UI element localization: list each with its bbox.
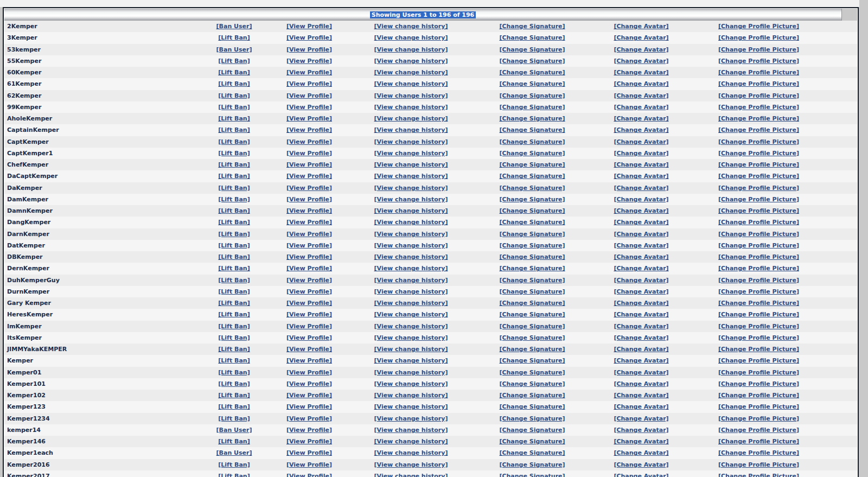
lift-ban-link[interactable]: [Lift Ban]	[218, 277, 250, 284]
view-change-history-link[interactable]: [View change history]	[374, 92, 448, 99]
view-change-history-link[interactable]: [View change history]	[374, 58, 448, 65]
view-change-history-link[interactable]: [View change history]	[374, 438, 448, 445]
change-avatar-link[interactable]: [Change Avatar]	[614, 369, 668, 376]
change-avatar-link[interactable]: [Change Avatar]	[614, 115, 668, 122]
ban-user-link[interactable]: [Ban User]	[216, 449, 252, 456]
change-avatar-link[interactable]: [Change Avatar]	[614, 461, 668, 468]
view-profile-link[interactable]: [View Profile]	[286, 92, 332, 99]
lift-ban-link[interactable]: [Lift Ban]	[218, 288, 250, 295]
change-avatar-link[interactable]: [Change Avatar]	[614, 219, 668, 226]
ban-user-link[interactable]: [Ban User]	[216, 23, 252, 30]
lift-ban-link[interactable]: [Lift Ban]	[218, 34, 250, 41]
change-profile-picture-link[interactable]: [Change Profile Picture]	[718, 207, 799, 214]
change-signature-link[interactable]: [Change Signature]	[499, 380, 565, 387]
view-profile-link[interactable]: [View Profile]	[286, 80, 332, 87]
lift-ban-link[interactable]: [Lift Ban]	[218, 104, 250, 111]
view-profile-link[interactable]: [View Profile]	[286, 369, 332, 376]
change-signature-link[interactable]: [Change Signature]	[499, 323, 565, 330]
lift-ban-link[interactable]: [Lift Ban]	[218, 380, 250, 387]
view-profile-link[interactable]: [View Profile]	[286, 403, 332, 410]
view-profile-link[interactable]: [View Profile]	[286, 126, 332, 133]
change-signature-link[interactable]: [Change Signature]	[499, 311, 565, 318]
view-change-history-link[interactable]: [View change history]	[374, 231, 448, 238]
change-signature-link[interactable]: [Change Signature]	[499, 461, 565, 468]
view-profile-link[interactable]: [View Profile]	[286, 46, 332, 53]
view-change-history-link[interactable]: [View change history]	[374, 473, 448, 477]
lift-ban-link[interactable]: [Lift Ban]	[218, 473, 250, 477]
view-change-history-link[interactable]: [View change history]	[374, 346, 448, 353]
change-signature-link[interactable]: [Change Signature]	[499, 300, 565, 307]
lift-ban-link[interactable]: [Lift Ban]	[218, 369, 250, 376]
view-change-history-link[interactable]: [View change history]	[374, 334, 448, 341]
change-profile-picture-link[interactable]: [Change Profile Picture]	[718, 369, 799, 376]
change-signature-link[interactable]: [Change Signature]	[499, 161, 565, 168]
view-change-history-link[interactable]: [View change history]	[374, 69, 448, 76]
change-avatar-link[interactable]: [Change Avatar]	[614, 253, 668, 260]
change-avatar-link[interactable]: [Change Avatar]	[614, 300, 668, 307]
change-profile-picture-link[interactable]: [Change Profile Picture]	[718, 311, 799, 318]
change-avatar-link[interactable]: [Change Avatar]	[614, 34, 668, 41]
change-profile-picture-link[interactable]: [Change Profile Picture]	[718, 346, 799, 353]
view-change-history-link[interactable]: [View change history]	[374, 23, 448, 30]
lift-ban-link[interactable]: [Lift Ban]	[218, 265, 250, 272]
view-profile-link[interactable]: [View Profile]	[286, 415, 332, 422]
change-signature-link[interactable]: [Change Signature]	[499, 207, 565, 214]
view-profile-link[interactable]: [View Profile]	[286, 473, 332, 477]
change-avatar-link[interactable]: [Change Avatar]	[614, 138, 668, 145]
lift-ban-link[interactable]: [Lift Ban]	[218, 126, 250, 133]
change-profile-picture-link[interactable]: [Change Profile Picture]	[718, 473, 799, 477]
view-profile-link[interactable]: [View Profile]	[286, 277, 332, 284]
change-profile-picture-link[interactable]: [Change Profile Picture]	[718, 288, 799, 295]
change-profile-picture-link[interactable]: [Change Profile Picture]	[718, 449, 799, 456]
view-profile-link[interactable]: [View Profile]	[286, 357, 332, 364]
change-profile-picture-link[interactable]: [Change Profile Picture]	[718, 277, 799, 284]
change-signature-link[interactable]: [Change Signature]	[499, 288, 565, 295]
view-change-history-link[interactable]: [View change history]	[374, 138, 448, 145]
change-avatar-link[interactable]: [Change Avatar]	[614, 415, 668, 422]
view-change-history-link[interactable]: [View change history]	[374, 300, 448, 307]
view-change-history-link[interactable]: [View change history]	[374, 369, 448, 376]
change-signature-link[interactable]: [Change Signature]	[499, 80, 565, 87]
change-profile-picture-link[interactable]: [Change Profile Picture]	[718, 115, 799, 122]
change-signature-link[interactable]: [Change Signature]	[499, 438, 565, 445]
change-signature-link[interactable]: [Change Signature]	[499, 346, 565, 353]
change-profile-picture-link[interactable]: [Change Profile Picture]	[718, 427, 799, 434]
change-profile-picture-link[interactable]: [Change Profile Picture]	[718, 92, 799, 99]
view-change-history-link[interactable]: [View change history]	[374, 173, 448, 180]
view-change-history-link[interactable]: [View change history]	[374, 207, 448, 214]
change-avatar-link[interactable]: [Change Avatar]	[614, 427, 668, 434]
change-signature-link[interactable]: [Change Signature]	[499, 265, 565, 272]
change-profile-picture-link[interactable]: [Change Profile Picture]	[718, 46, 799, 53]
lift-ban-link[interactable]: [Lift Ban]	[218, 357, 250, 364]
change-profile-picture-link[interactable]: [Change Profile Picture]	[718, 403, 799, 410]
view-change-history-link[interactable]: [View change history]	[374, 219, 448, 226]
ban-user-link[interactable]: [Ban User]	[216, 427, 252, 434]
lift-ban-link[interactable]: [Lift Ban]	[218, 161, 250, 168]
change-signature-link[interactable]: [Change Signature]	[499, 427, 565, 434]
change-avatar-link[interactable]: [Change Avatar]	[614, 323, 668, 330]
view-profile-link[interactable]: [View Profile]	[286, 173, 332, 180]
change-profile-picture-link[interactable]: [Change Profile Picture]	[718, 461, 799, 468]
view-change-history-link[interactable]: [View change history]	[374, 104, 448, 111]
change-avatar-link[interactable]: [Change Avatar]	[614, 58, 668, 65]
change-signature-link[interactable]: [Change Signature]	[499, 115, 565, 122]
lift-ban-link[interactable]: [Lift Ban]	[218, 219, 250, 226]
change-avatar-link[interactable]: [Change Avatar]	[614, 23, 668, 30]
view-change-history-link[interactable]: [View change history]	[374, 415, 448, 422]
view-change-history-link[interactable]: [View change history]	[374, 277, 448, 284]
change-avatar-link[interactable]: [Change Avatar]	[614, 403, 668, 410]
view-change-history-link[interactable]: [View change history]	[374, 461, 448, 468]
lift-ban-link[interactable]: [Lift Ban]	[218, 415, 250, 422]
change-profile-picture-link[interactable]: [Change Profile Picture]	[718, 104, 799, 111]
change-signature-link[interactable]: [Change Signature]	[499, 69, 565, 76]
change-avatar-link[interactable]: [Change Avatar]	[614, 69, 668, 76]
view-profile-link[interactable]: [View Profile]	[286, 427, 332, 434]
view-profile-link[interactable]: [View Profile]	[286, 438, 332, 445]
change-signature-link[interactable]: [Change Signature]	[499, 277, 565, 284]
change-signature-link[interactable]: [Change Signature]	[499, 449, 565, 456]
lift-ban-link[interactable]: [Lift Ban]	[218, 92, 250, 99]
view-profile-link[interactable]: [View Profile]	[286, 288, 332, 295]
change-avatar-link[interactable]: [Change Avatar]	[614, 242, 668, 249]
change-avatar-link[interactable]: [Change Avatar]	[614, 46, 668, 53]
change-profile-picture-link[interactable]: [Change Profile Picture]	[718, 161, 799, 168]
